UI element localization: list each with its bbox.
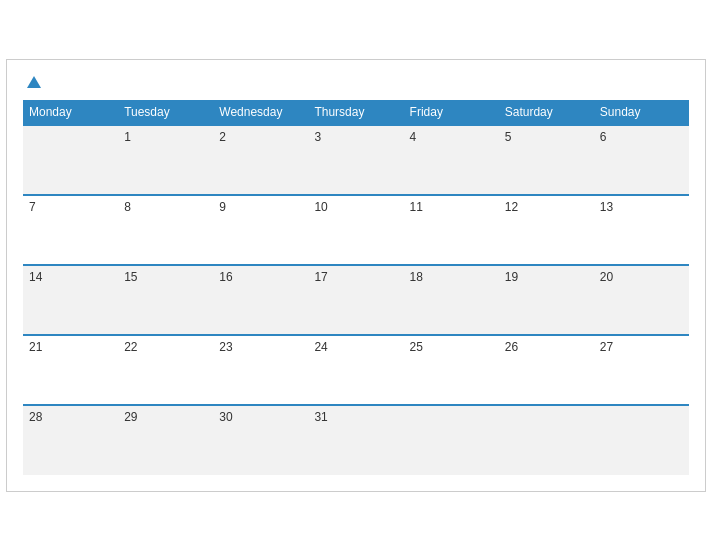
calendar-day-cell: 5 [499, 125, 594, 195]
calendar-table: Monday Tuesday Wednesday Thursday Friday… [23, 100, 689, 475]
header-tuesday: Tuesday [118, 100, 213, 125]
calendar-day-cell: 3 [308, 125, 403, 195]
calendar-day-cell: 14 [23, 265, 118, 335]
logo-triangle-icon [27, 76, 41, 88]
calendar-day-cell: 8 [118, 195, 213, 265]
table-row: 123456 [23, 125, 689, 195]
calendar-day-cell: 11 [404, 195, 499, 265]
calendar-day-cell: 12 [499, 195, 594, 265]
calendar-day-cell: 2 [213, 125, 308, 195]
calendar-day-cell [23, 125, 118, 195]
calendar-day-cell [404, 405, 499, 475]
calendar-day-cell: 13 [594, 195, 689, 265]
calendar-wrapper: Monday Tuesday Wednesday Thursday Friday… [6, 59, 706, 492]
calendar-day-cell: 30 [213, 405, 308, 475]
calendar-day-cell: 29 [118, 405, 213, 475]
calendar-day-cell: 7 [23, 195, 118, 265]
table-row: 21222324252627 [23, 335, 689, 405]
calendar-day-cell: 18 [404, 265, 499, 335]
header-thursday: Thursday [308, 100, 403, 125]
calendar-day-cell: 27 [594, 335, 689, 405]
calendar-day-cell: 24 [308, 335, 403, 405]
header-monday: Monday [23, 100, 118, 125]
logo [23, 76, 41, 88]
calendar-day-cell: 15 [118, 265, 213, 335]
calendar-day-cell [499, 405, 594, 475]
calendar-day-cell: 16 [213, 265, 308, 335]
table-row: 14151617181920 [23, 265, 689, 335]
calendar-day-cell: 25 [404, 335, 499, 405]
header-sunday: Sunday [594, 100, 689, 125]
calendar-day-cell: 26 [499, 335, 594, 405]
calendar-day-cell: 4 [404, 125, 499, 195]
calendar-day-cell: 9 [213, 195, 308, 265]
calendar-day-cell: 21 [23, 335, 118, 405]
calendar-day-cell: 17 [308, 265, 403, 335]
calendar-day-cell [594, 405, 689, 475]
table-row: 28293031 [23, 405, 689, 475]
calendar-day-cell: 1 [118, 125, 213, 195]
calendar-header [23, 76, 689, 88]
calendar-day-cell: 31 [308, 405, 403, 475]
table-row: 78910111213 [23, 195, 689, 265]
calendar-body: 1234567891011121314151617181920212223242… [23, 125, 689, 475]
header-friday: Friday [404, 100, 499, 125]
header-wednesday: Wednesday [213, 100, 308, 125]
calendar-day-cell: 10 [308, 195, 403, 265]
calendar-day-cell: 23 [213, 335, 308, 405]
calendar-day-cell: 28 [23, 405, 118, 475]
calendar-day-cell: 22 [118, 335, 213, 405]
weekday-header-row: Monday Tuesday Wednesday Thursday Friday… [23, 100, 689, 125]
calendar-day-cell: 6 [594, 125, 689, 195]
calendar-day-cell: 19 [499, 265, 594, 335]
header-saturday: Saturday [499, 100, 594, 125]
logo-blue-text [23, 76, 41, 88]
calendar-day-cell: 20 [594, 265, 689, 335]
